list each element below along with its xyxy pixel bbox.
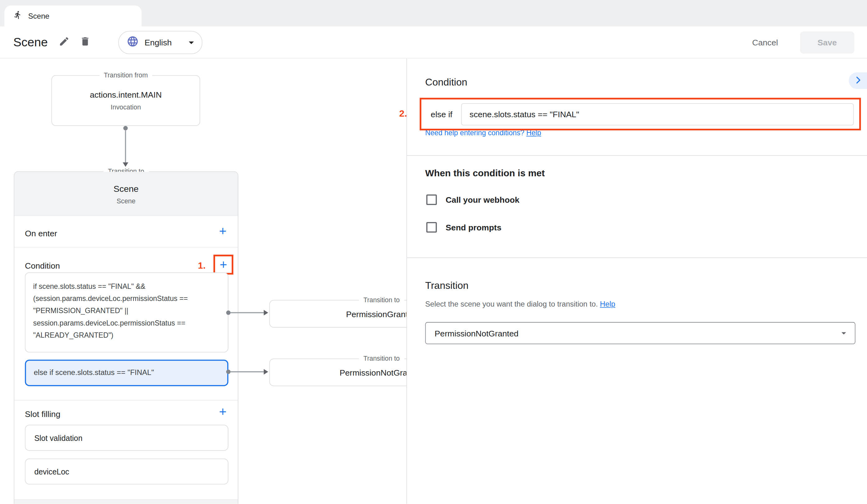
pencil-icon bbox=[59, 36, 70, 48]
condition-section-label: Condition bbox=[25, 261, 60, 270]
transition-description-text: Select the scene you want the dialog to … bbox=[425, 300, 598, 308]
transition-help-link[interactable]: Help bbox=[600, 300, 615, 308]
send-prompts-label: Send prompts bbox=[446, 223, 501, 232]
cancel-button[interactable]: Cancel bbox=[749, 37, 781, 47]
call-webhook-label: Call your webhook bbox=[446, 195, 520, 204]
divider bbox=[407, 258, 867, 258]
caret-down-icon bbox=[185, 36, 197, 48]
checkbox-icon[interactable] bbox=[426, 194, 437, 205]
edit-scene-button[interactable] bbox=[57, 34, 72, 51]
connector-line bbox=[125, 130, 126, 162]
panel-title: Condition bbox=[425, 77, 467, 88]
app-window: Scene Scene English Cancel Save bbox=[0, 0, 867, 504]
divider bbox=[14, 247, 238, 248]
condition-item-1[interactable]: if scene.slots.status == "FINAL" && (ses… bbox=[25, 272, 228, 353]
save-button[interactable]: Save bbox=[800, 31, 854, 53]
scene-name: Scene bbox=[14, 184, 238, 194]
transition-to-chip: Transition to bbox=[359, 296, 404, 305]
transition-to-chip: Transition to bbox=[359, 354, 404, 363]
add-condition-button[interactable]: + bbox=[216, 258, 231, 272]
divider bbox=[407, 155, 867, 156]
transition-section-title: Transition bbox=[425, 280, 468, 292]
transition-from-chip: Transition from bbox=[99, 70, 152, 80]
slot-deviceloc-item[interactable]: deviceLoc bbox=[25, 459, 228, 485]
scene-type: Scene bbox=[14, 197, 238, 205]
annotation-box-1: + bbox=[214, 255, 233, 275]
slot-validation-item[interactable]: Slot validation bbox=[25, 425, 228, 451]
condition-detail-panel: Condition 2. else if Need help entering … bbox=[406, 58, 867, 504]
connector-arrowhead bbox=[264, 310, 268, 316]
main-area: Transition from actions.intent.MAIN Invo… bbox=[0, 58, 867, 504]
annotation-1: 1. bbox=[198, 260, 205, 271]
page-title: Scene bbox=[13, 35, 48, 50]
checkbox-icon[interactable] bbox=[426, 222, 437, 232]
condition-prefix-label: else if bbox=[431, 109, 452, 119]
tab-strip: Scene bbox=[0, 0, 867, 26]
connector-line bbox=[231, 371, 264, 372]
condition-item-2-selected[interactable]: else if scene.slots.status == "FINAL" bbox=[25, 360, 228, 386]
on-enter-label: On enter bbox=[25, 229, 57, 238]
connector-dot bbox=[226, 370, 231, 374]
send-prompts-row[interactable]: Send prompts bbox=[426, 222, 501, 232]
add-on-enter-button[interactable]: + bbox=[216, 224, 230, 238]
connector-line bbox=[231, 312, 264, 314]
collapse-panel-button[interactable] bbox=[849, 73, 867, 89]
divider bbox=[14, 400, 238, 401]
condition-editor: else if bbox=[420, 98, 861, 130]
tab-scene[interactable]: Scene bbox=[4, 6, 142, 27]
language-label: English bbox=[144, 37, 171, 47]
globe-icon bbox=[127, 35, 139, 50]
chevron-right-icon bbox=[853, 75, 863, 86]
trash-icon bbox=[80, 36, 91, 48]
connector-dot bbox=[123, 126, 128, 130]
condition-expression-input[interactable] bbox=[461, 103, 854, 125]
transition-description: Select the scene you want the dialog to … bbox=[425, 300, 615, 308]
connector-arrowhead bbox=[122, 162, 128, 167]
transition-scene-select[interactable]: PermissionNotGranted bbox=[425, 322, 855, 344]
connector-arrowhead bbox=[264, 369, 268, 375]
add-slot-button[interactable]: + bbox=[216, 405, 230, 419]
scene-card-footer bbox=[14, 499, 238, 504]
annotation-2: 2. bbox=[399, 108, 407, 119]
language-selector[interactable]: English bbox=[119, 31, 202, 54]
transition-from-box[interactable]: Transition from actions.intent.MAIN Invo… bbox=[51, 75, 200, 126]
header-bar: Scene English Cancel Save bbox=[0, 26, 867, 58]
actions-runner-icon bbox=[13, 11, 22, 22]
delete-scene-button[interactable] bbox=[77, 34, 93, 51]
connector-dot bbox=[226, 310, 231, 315]
call-webhook-row[interactable]: Call your webhook bbox=[426, 194, 520, 205]
caret-down-icon bbox=[838, 328, 849, 339]
intent-name: actions.intent.MAIN bbox=[90, 90, 162, 99]
when-condition-met-title: When this condition is met bbox=[425, 168, 545, 179]
scene-card: Transition to Scene Scene On enter + Con… bbox=[14, 171, 238, 504]
scene-card-header[interactable]: Scene Scene bbox=[14, 172, 238, 216]
tab-label: Scene bbox=[28, 12, 50, 20]
intent-type: Invocation bbox=[111, 103, 141, 111]
slot-filling-label: Slot filling bbox=[25, 409, 60, 419]
selected-scene-label: PermissionNotGranted bbox=[435, 328, 519, 338]
